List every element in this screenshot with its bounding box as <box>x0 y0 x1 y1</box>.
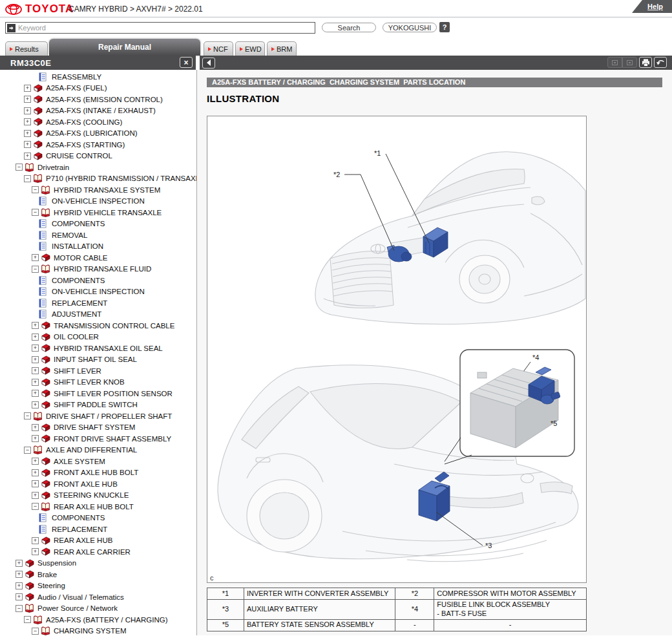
collapse-box-icon[interactable]: − <box>24 447 31 454</box>
tree-item-label[interactable]: INPUT SHAFT OIL SEAL <box>54 355 137 363</box>
tree-item-label[interactable]: SHIFT LEVER <box>54 367 101 375</box>
collapse-box-icon[interactable]: − <box>32 209 39 216</box>
view-option-button-2[interactable] <box>622 57 637 68</box>
tree-item[interactable]: +STEERING KNUCKLE <box>0 490 196 502</box>
tree-item[interactable]: +MOTOR CABLE <box>0 252 196 264</box>
tree-item[interactable]: +FRONT AXLE HUB <box>0 478 196 490</box>
tree-item[interactable]: +A25A-FXS (FUEL) <box>0 83 196 94</box>
expand-box-icon[interactable]: + <box>32 469 39 476</box>
tree-item[interactable]: −DRIVE SHAFT / PROPELLER SHAFT <box>0 410 196 422</box>
tree-item[interactable]: +Suspension <box>0 558 196 569</box>
tree-item[interactable]: −Power Source / Network <box>0 603 196 615</box>
tree-item[interactable]: +SHIFT PADDLE SWITCH <box>0 399 196 411</box>
tree-item[interactable]: COMPONENTS <box>0 275 196 286</box>
expand-box-icon[interactable]: + <box>32 401 39 408</box>
tree-item-label[interactable]: REAR AXLE CARRIER <box>54 548 131 556</box>
expand-box-icon[interactable]: + <box>32 537 39 544</box>
expand-box-icon[interactable]: + <box>32 492 39 499</box>
tree-item-label[interactable]: Audio / Visual / Telematics <box>37 593 124 601</box>
tree-item-label[interactable]: A25A-FXS (BATTERY / CHARGING) <box>46 616 168 624</box>
tree-item-label[interactable]: STEERING KNUCKLE <box>54 491 129 499</box>
expand-box-icon[interactable]: + <box>32 322 39 329</box>
tree-item[interactable]: +OIL COOLER <box>0 332 196 343</box>
collapse-box-icon[interactable]: − <box>16 164 23 171</box>
expand-box-icon[interactable]: + <box>32 356 39 363</box>
print-button[interactable] <box>639 57 652 68</box>
tree-item[interactable]: +Steering <box>0 580 196 592</box>
tree-item-label[interactable]: MOTOR CABLE <box>54 254 108 262</box>
expand-box-icon[interactable]: + <box>24 85 31 92</box>
collapse-box-icon[interactable]: − <box>24 412 31 419</box>
tree-item[interactable]: REASSEMBLY <box>0 71 196 83</box>
tree-item-label[interactable]: ADJUSTMENT <box>52 310 101 318</box>
tree-item[interactable]: +A25A-FXS (STARTING) <box>0 139 196 151</box>
tree-item[interactable]: −A25A-FXS (BATTERY / CHARGING) <box>0 614 196 626</box>
expand-box-icon[interactable]: + <box>32 480 39 487</box>
tree-item-label[interactable]: A25A-FXS (STARTING) <box>46 141 125 149</box>
tree-item[interactable]: −CHARGING SYSTEM <box>0 626 196 636</box>
collapse-box-icon[interactable]: − <box>32 266 39 273</box>
expand-box-icon[interactable]: + <box>24 118 31 125</box>
tree-item[interactable]: INSTALLATION <box>0 241 196 253</box>
tree-item-label[interactable]: TRANSMISSION CONTROL CABLE <box>54 322 174 330</box>
tab-ewd[interactable]: EWD <box>235 41 265 56</box>
expand-box-icon[interactable]: + <box>32 390 39 397</box>
collapse-box-icon[interactable]: − <box>24 175 31 182</box>
expand-box-icon[interactable]: + <box>32 424 39 431</box>
expand-box-icon[interactable]: + <box>32 548 39 555</box>
tree-item[interactable]: +REAR AXLE HUB <box>0 535 196 547</box>
collapse-box-icon[interactable]: − <box>32 628 39 635</box>
tree-item[interactable]: +SHIFT LEVER KNOB <box>0 377 196 388</box>
tree-item-label[interactable]: DRIVE SHAFT / PROPELLER SHAFT <box>46 412 172 420</box>
tree-item-label[interactable]: CRUISE CONTROL <box>46 152 112 160</box>
tree-item-label[interactable]: Drivetrain <box>37 164 69 171</box>
tree-item[interactable]: +SHIFT LEVER POSITION SENSOR <box>0 388 196 399</box>
tree-item[interactable]: +A25A-FXS (INTAKE / EXHAUST) <box>0 105 196 117</box>
tree-item-label[interactable]: HYBRID TRANSAXLE OIL SEAL <box>54 344 163 352</box>
tree-item-label[interactable]: Power Source / Network <box>37 604 118 612</box>
help-button[interactable]: Help <box>632 0 672 13</box>
tree-item-label[interactable]: A25A-FXS (FUEL) <box>46 84 107 92</box>
tree-item-label[interactable]: AXLE AND DIFFERENTIAL <box>46 446 137 454</box>
expand-box-icon[interactable]: + <box>32 334 39 341</box>
tree-item-label[interactable]: HYBRID TRANSAXLE SYSTEM <box>54 186 160 194</box>
back-button[interactable] <box>202 58 215 69</box>
tree-item[interactable]: +Brake <box>0 569 196 580</box>
view-option-button-1[interactable] <box>607 57 622 68</box>
tree-item[interactable]: −HYBRID TRANSAXLE FLUID <box>0 264 196 275</box>
tree-item-label[interactable]: OIL COOLER <box>54 333 99 341</box>
expand-box-icon[interactable]: + <box>32 254 39 261</box>
tree-item-label[interactable]: SHIFT PADDLE SWITCH <box>54 401 138 408</box>
tree-item-label[interactable]: HYBRID VEHICLE TRANSAXLE <box>54 209 162 217</box>
tree-item[interactable]: +FRONT DRIVE SHAFT ASSEMBLY <box>0 433 196 445</box>
tree-item[interactable]: +TRANSMISSION CONTROL CABLE <box>0 320 196 332</box>
tree-item[interactable]: −REAR AXLE HUB BOLT <box>0 501 196 513</box>
tree-item-label[interactable]: HYBRID TRANSAXLE FLUID <box>54 265 151 273</box>
keyword-input[interactable] <box>16 24 315 32</box>
tab-brm[interactable]: BRM <box>267 41 297 56</box>
tree-item-label[interactable]: A25A-FXS (INTAKE / EXHAUST) <box>46 107 156 114</box>
tree-item[interactable]: −HYBRID TRANSAXLE SYSTEM <box>0 184 196 196</box>
tab-repair-manual[interactable]: Repair Manual <box>49 39 200 56</box>
collapse-box-icon[interactable]: − <box>24 616 31 623</box>
tree-item[interactable]: +DRIVE SHAFT SYSTEM <box>0 422 196 434</box>
tree-item-label[interactable]: REAR AXLE HUB <box>54 536 112 544</box>
tree-item[interactable]: −HYBRID VEHICLE TRANSAXLE <box>0 207 196 218</box>
tree-item-label[interactable]: P710 (HYBRID TRANSMISSION / TRANSAXLE) <box>46 175 197 182</box>
tree-item-label[interactable]: Steering <box>37 582 65 589</box>
tree-item[interactable]: +INPUT SHAFT OIL SEAL <box>0 354 196 366</box>
tree-item-label[interactable]: DRIVE SHAFT SYSTEM <box>54 423 135 431</box>
tree-item-label[interactable]: FRONT AXLE HUB <box>54 480 118 488</box>
return-button[interactable] <box>654 57 667 68</box>
tree-item-label[interactable]: INSTALLATION <box>52 242 103 250</box>
tree-item[interactable]: REMOVAL <box>0 229 196 241</box>
tree-item-label[interactable]: A25A-FXS (LUBRICATION) <box>46 129 138 137</box>
tree-item[interactable]: REPLACEMENT <box>0 297 196 309</box>
expand-box-icon[interactable]: + <box>24 141 31 148</box>
tree-item-label[interactable]: AXLE SYSTEM <box>54 458 105 465</box>
tree-item-label[interactable]: COMPONENTS <box>52 220 105 228</box>
tree-item-label[interactable]: Brake <box>37 571 57 578</box>
tree-item[interactable]: REPLACEMENT <box>0 524 196 535</box>
tree-item[interactable]: +A25A-FXS (EMISSION CONTROL) <box>0 94 196 105</box>
tree-item[interactable]: +SHIFT LEVER <box>0 365 196 377</box>
